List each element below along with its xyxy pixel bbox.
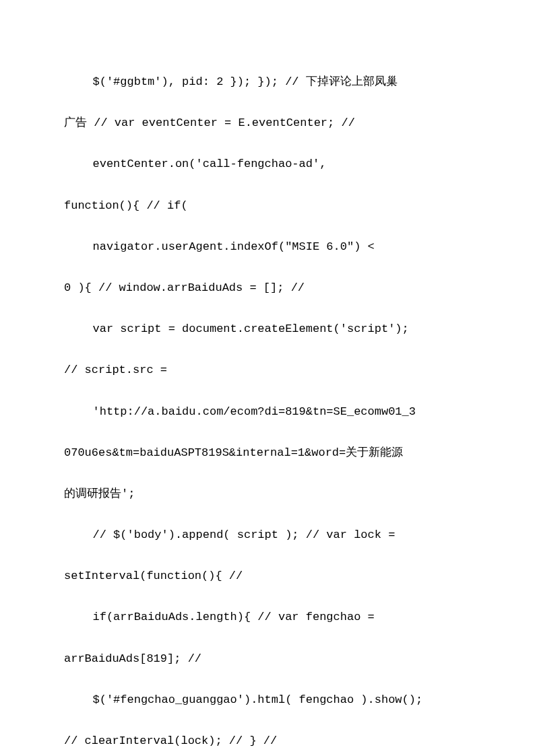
code-line: // $('body').append( script ); // var lo…: [64, 520, 471, 550]
code-line: // clearInterval(lock); // } //: [64, 726, 471, 756]
code-line: 070u6es&tm=baiduASPT819S&internal=1&word…: [64, 438, 471, 468]
code-line: function(){ // if(: [64, 191, 471, 221]
code-line: $('#fengchao_guanggao').html( fengchao )…: [64, 685, 471, 715]
code-line: eventCenter.on('call-fengchao-ad',: [64, 149, 471, 179]
code-line: 的调研报告';: [64, 479, 471, 509]
code-line: arrBaiduAds[819]; //: [64, 644, 471, 674]
document-page: $('#ggbtm'), pid: 2 }); }); // 下掉评论上部凤巢 …: [0, 0, 535, 756]
code-line: 'http://a.baidu.com/ecom?di=819&tn=SE_ec…: [64, 397, 471, 427]
code-line: setInterval(function(){ //: [64, 561, 471, 591]
code-line: navigator.userAgent.indexOf("MSIE 6.0") …: [64, 232, 471, 262]
code-line: // script.src =: [64, 355, 471, 385]
code-line: 广告 // var eventCenter = E.eventCenter; /…: [64, 108, 471, 138]
code-line: 0 ){ // window.arrBaiduAds = []; //: [64, 273, 471, 303]
code-line: var script = document.createElement('scr…: [64, 314, 471, 344]
code-line: $('#ggbtm'), pid: 2 }); }); // 下掉评论上部凤巢: [64, 67, 471, 97]
code-line: if(arrBaiduAds.length){ // var fengchao …: [64, 603, 471, 632]
